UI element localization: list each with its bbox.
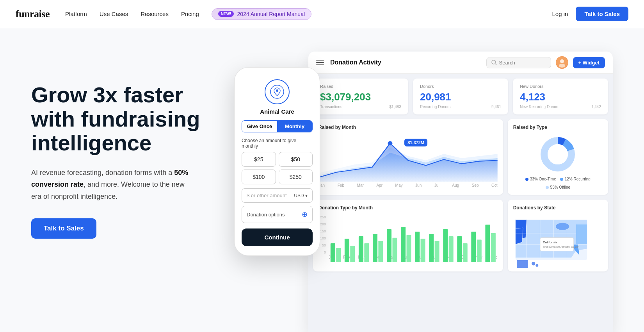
- donut-chart-svg: [538, 135, 577, 174]
- talk-to-sales-nav-button[interactable]: Talk to Sales: [576, 7, 628, 21]
- amount-50[interactable]: $50: [279, 152, 313, 167]
- svg-point-7: [388, 141, 392, 145]
- svg-point-11: [548, 144, 568, 164]
- svg-rect-45: [517, 260, 528, 268]
- phone-amount-input[interactable]: $ or other amount USD ▾: [242, 188, 313, 203]
- svg-rect-12: [331, 243, 335, 262]
- svg-rect-29: [449, 236, 454, 262]
- svg-rect-32: [471, 232, 476, 262]
- svg-rect-30: [457, 236, 462, 262]
- stat-donors-sub: Recurring Donors 9,461: [420, 105, 501, 109]
- raised-by-type-card: Raised by Type: [508, 119, 608, 195]
- svg-rect-25: [421, 239, 425, 262]
- dashboard-menu-icon[interactable]: [316, 60, 324, 65]
- donations-by-state-title: Donations by State: [513, 205, 603, 211]
- phone-input-placeholder: $ or other amount: [247, 193, 287, 198]
- phone-mockup: Animal Care Give Once Monthly Choose an …: [234, 67, 320, 256]
- legend-dot-one-time: [525, 178, 528, 181]
- phone-org-name: Animal Care: [242, 108, 313, 115]
- svg-rect-21: [392, 238, 397, 262]
- hero-cta-button[interactable]: Talk to Sales: [31, 218, 96, 239]
- dashboard-search[interactable]: [486, 57, 551, 68]
- svg-point-47: [535, 264, 538, 267]
- bar-chart: [329, 215, 498, 254]
- legend-offline: 55% Offline: [546, 185, 571, 189]
- search-input[interactable]: [499, 60, 546, 66]
- dashboard-topbar: Donation Activity + Widget: [308, 52, 613, 74]
- svg-rect-28: [443, 229, 448, 262]
- amount-100[interactable]: $100: [242, 170, 276, 184]
- svg-rect-31: [463, 243, 468, 262]
- phone-toggle[interactable]: Give Once Monthly: [242, 120, 313, 132]
- nav-use-cases[interactable]: Use Cases: [100, 11, 128, 17]
- stat-donors-value: 20,981: [420, 91, 501, 103]
- svg-text:Total Donation Amount: $2,354: Total Donation Amount: $2,354: [543, 245, 579, 248]
- avatar: [556, 56, 568, 69]
- hero-title: Grow 3x faster with fundraising intellig…: [31, 83, 203, 155]
- raised-by-month-chart: $1.372M: [318, 135, 498, 182]
- legend-dot-offline: [546, 186, 549, 189]
- charts-row-1: Raised by Month $1.372M: [308, 119, 613, 200]
- donation-type-by-month-card: Donation Type by Month 0 50 100 150 200 …: [313, 200, 503, 271]
- hero-subtitle: AI revenue forecasting, donation forms w…: [31, 167, 195, 203]
- dashboard-topbar-right: + Widget: [486, 56, 605, 69]
- navbar: funraise Platform Use Cases Resources Pr…: [0, 0, 644, 28]
- bar-chart-wrapper: 0 50 100 150 200 250: [318, 215, 498, 260]
- svg-rect-24: [415, 232, 420, 262]
- amount-250[interactable]: $250: [279, 170, 313, 184]
- phone-continue-button[interactable]: Continue: [242, 228, 313, 246]
- legend-recurring: 12% Recurring: [560, 177, 591, 181]
- monthly-button[interactable]: Monthly: [277, 121, 312, 132]
- raised-by-type-title: Raised by Type: [513, 125, 603, 130]
- svg-rect-35: [491, 233, 496, 262]
- svg-rect-23: [407, 235, 411, 262]
- nav-pricing[interactable]: Pricing: [181, 11, 199, 17]
- svg-rect-18: [373, 234, 377, 262]
- dashboard-title: Donation Activity: [330, 59, 381, 66]
- search-icon: [491, 60, 497, 65]
- chart-tooltip: $1.372M: [404, 139, 427, 146]
- donut-legend: 33% One-Time 12% Recurring 55% Offline: [513, 177, 603, 189]
- svg-rect-27: [435, 241, 439, 262]
- donations-by-state-card: Donations by State: [508, 200, 608, 271]
- svg-rect-13: [336, 248, 341, 262]
- nav-platform[interactable]: Platform: [65, 11, 87, 17]
- logo: funraise: [16, 8, 50, 20]
- phone-currency-selector[interactable]: USD ▾: [294, 193, 308, 198]
- svg-rect-14: [345, 239, 349, 262]
- legend-dot-recurring: [560, 178, 563, 181]
- bar-chart-svg: [329, 215, 498, 262]
- give-once-button[interactable]: Give Once: [242, 121, 277, 132]
- nav-links: Platform Use Cases Resources Pricing NEW…: [65, 8, 552, 20]
- nav-badge-new-label: NEW!: [218, 11, 234, 17]
- svg-rect-48: [540, 237, 573, 251]
- hero-left: Grow 3x faster with fundraising intellig…: [31, 52, 203, 239]
- dashboard-panel: Donation Activity + Widget Raised: [308, 52, 613, 332]
- amount-25[interactable]: $25: [242, 152, 276, 167]
- us-map-svg: California Total Donation Amount: $2,354: [513, 215, 603, 273]
- nav-annual-report-badge[interactable]: NEW! 2024 Annual Report Manual: [212, 8, 311, 20]
- stat-new-donors-label: New Donors: [520, 84, 601, 89]
- svg-point-1: [276, 89, 278, 92]
- widget-button[interactable]: + Widget: [573, 57, 605, 68]
- phone-options-icon: ⊕: [302, 210, 308, 219]
- svg-point-6: [559, 64, 565, 68]
- svg-point-2: [492, 60, 496, 64]
- legend-one-time: 33% One-Time: [525, 177, 556, 181]
- svg-rect-17: [364, 243, 369, 262]
- phone-options-label: Donation options: [247, 212, 285, 218]
- login-button[interactable]: Log in: [552, 11, 568, 17]
- stat-donors-label: Donors: [420, 84, 501, 89]
- phone-donation-options[interactable]: Donation options ⊕: [242, 206, 313, 223]
- raised-by-month-card: Raised by Month $1.372M: [313, 119, 503, 195]
- svg-point-5: [560, 59, 564, 63]
- svg-rect-33: [477, 239, 482, 262]
- donut-chart: 33% One-Time 12% Recurring 55% Offline: [513, 135, 603, 189]
- nav-right: Log in Talk to Sales: [552, 7, 628, 21]
- svg-point-46: [532, 262, 535, 265]
- nav-resources[interactable]: Resources: [141, 11, 169, 17]
- charts-row-2: Donation Type by Month 0 50 100 150 200 …: [308, 200, 613, 276]
- svg-rect-22: [401, 227, 406, 262]
- phone-amounts-label: Choose an amount to give monthly: [242, 138, 313, 149]
- svg-rect-26: [429, 234, 434, 262]
